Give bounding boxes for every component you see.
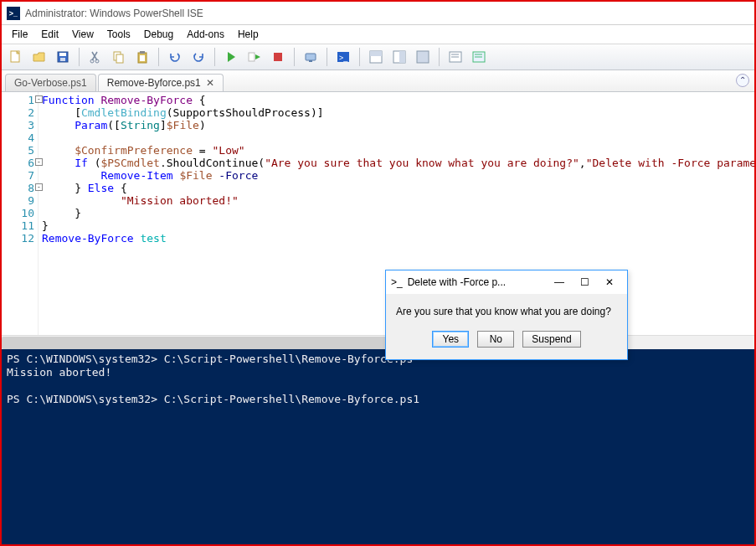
dialog-titlebar[interactable]: >_ Delete with -Force p... — ☐ ✕ <box>386 270 627 294</box>
run-selection-icon[interactable] <box>244 47 265 67</box>
copy-icon[interactable] <box>108 47 130 67</box>
minimize-icon[interactable]: — <box>547 276 572 288</box>
svg-rect-12 <box>274 53 282 61</box>
run-icon[interactable] <box>220 47 242 67</box>
dialog-button-row: Yes No Suspend <box>386 322 627 359</box>
tab-file-inactive[interactable]: Go-Verbose.ps1 <box>5 74 96 91</box>
svg-rect-14 <box>309 60 312 62</box>
fold-toggle-icon[interactable]: - <box>35 158 43 166</box>
scrollbar-thumb[interactable] <box>2 337 404 349</box>
svg-rect-10 <box>140 55 145 61</box>
paste-icon[interactable] <box>131 47 153 67</box>
script-editor[interactable]: 1-23456-78-9101112 Function Remove-ByFor… <box>2 92 754 335</box>
layout-script-top-icon[interactable] <box>365 47 387 67</box>
layout-script-max-icon[interactable] <box>412 47 434 67</box>
tab-label: Go-Verbose.ps1 <box>14 77 87 89</box>
powershell-icon: >_ <box>391 276 403 288</box>
svg-rect-9 <box>140 51 145 54</box>
svg-rect-7 <box>116 54 123 63</box>
toolbar-divider <box>214 48 215 66</box>
menu-help[interactable]: Help <box>231 27 265 42</box>
fold-toggle-icon[interactable]: - <box>35 183 43 191</box>
window-titlebar: >_ Administrator: Windows PowerShell ISE <box>2 2 754 25</box>
redo-icon[interactable] <box>188 47 209 67</box>
dialog-message: Are you sure that you know what you are … <box>386 294 627 322</box>
window-title: Administrator: Windows PowerShell ISE <box>25 8 203 19</box>
toolbar-divider <box>327 48 327 66</box>
toolbar: >_ <box>2 44 754 70</box>
maximize-icon[interactable]: ☐ <box>572 276 597 288</box>
no-button[interactable]: No <box>477 331 514 348</box>
stop-icon[interactable] <box>267 47 289 67</box>
svg-rect-3 <box>60 58 65 61</box>
tab-file-active[interactable]: Remove-Byforce.ps1 ✕ <box>98 74 224 91</box>
show-command-addon-icon[interactable] <box>468 47 490 67</box>
cut-icon[interactable] <box>85 47 106 67</box>
svg-rect-21 <box>417 51 429 63</box>
close-icon[interactable]: ✕ <box>206 77 214 89</box>
suspend-button[interactable]: Suspend <box>522 331 580 348</box>
menu-tools[interactable]: Tools <box>100 27 137 42</box>
confirm-dialog: >_ Delete with -Force p... — ☐ ✕ Are you… <box>385 270 628 360</box>
menu-view[interactable]: View <box>65 27 100 42</box>
horizontal-scrollbar[interactable] <box>2 335 754 349</box>
tab-label: Remove-Byforce.ps1 <box>107 77 201 89</box>
toolbar-divider <box>359 48 360 66</box>
undo-icon[interactable] <box>164 47 186 67</box>
toolbar-divider <box>439 48 440 66</box>
new-remote-tab-icon[interactable] <box>300 47 321 67</box>
save-icon[interactable] <box>52 47 74 67</box>
powershell-tab-icon[interactable]: >_ <box>332 47 354 67</box>
toolbar-divider <box>79 48 80 66</box>
menu-addons[interactable]: Add-ons <box>180 27 231 42</box>
menu-bar: File Edit View Tools Debug Add-ons Help <box>2 25 754 44</box>
svg-rect-20 <box>399 51 405 63</box>
menu-debug[interactable]: Debug <box>137 27 180 42</box>
svg-rect-13 <box>306 54 316 60</box>
tabstrip: Go-Verbose.ps1 Remove-Byforce.ps1 ✕ ⌃ <box>2 70 754 92</box>
close-icon[interactable]: ✕ <box>597 276 622 288</box>
layout-script-right-icon[interactable] <box>388 47 410 67</box>
svg-rect-18 <box>370 51 382 56</box>
yes-button[interactable]: Yes <box>432 331 469 348</box>
fold-toggle-icon[interactable]: - <box>35 95 43 103</box>
open-file-icon[interactable] <box>28 47 50 67</box>
svg-text:>_: >_ <box>339 54 348 62</box>
line-number-gutter: 1-23456-78-9101112 <box>2 92 39 335</box>
console-pane[interactable]: PS C:\WINDOWS\system32> C:\Script-Powers… <box>2 349 754 546</box>
show-command-icon[interactable] <box>445 47 466 67</box>
powershell-icon: >_ <box>7 7 20 20</box>
dialog-title: Delete with -Force p... <box>408 276 506 288</box>
collapse-script-pane-icon[interactable]: ⌃ <box>736 74 749 87</box>
toolbar-divider <box>158 48 159 66</box>
toolbar-divider <box>294 48 295 66</box>
new-file-icon[interactable] <box>5 47 27 67</box>
svg-rect-2 <box>59 53 66 56</box>
menu-edit[interactable]: Edit <box>34 27 65 42</box>
svg-rect-11 <box>249 53 255 61</box>
menu-file[interactable]: File <box>5 27 34 42</box>
